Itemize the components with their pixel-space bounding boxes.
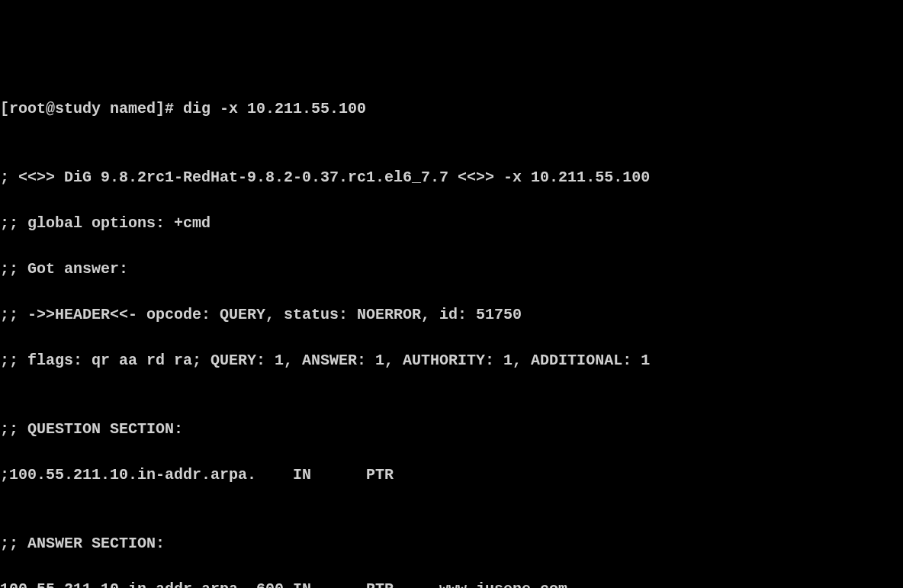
answer-section-header: ;; ANSWER SECTION:	[0, 532, 903, 555]
terminal-prompt-line: [root@study named]# dig -x 10.211.55.100	[0, 98, 903, 120]
question-section-header: ;; QUESTION SECTION:	[0, 418, 903, 441]
got-answer-line: ;; Got answer:	[0, 258, 903, 281]
global-options-line: ;; global options: +cmd	[0, 212, 903, 235]
dig-version-line: ; <<>> DiG 9.8.2rc1-RedHat-9.8.2-0.37.rc…	[0, 166, 903, 189]
flags-line: ;; flags: qr aa rd ra; QUERY: 1, ANSWER:…	[0, 349, 903, 372]
answer-record-line: 100.55.211.10.in-addr.arpa. 600 IN PTR w…	[0, 578, 903, 588]
header-line: ;; ->>HEADER<<- opcode: QUERY, status: N…	[0, 304, 903, 326]
question-record-line: ;100.55.211.10.in-addr.arpa. IN PTR	[0, 464, 903, 487]
